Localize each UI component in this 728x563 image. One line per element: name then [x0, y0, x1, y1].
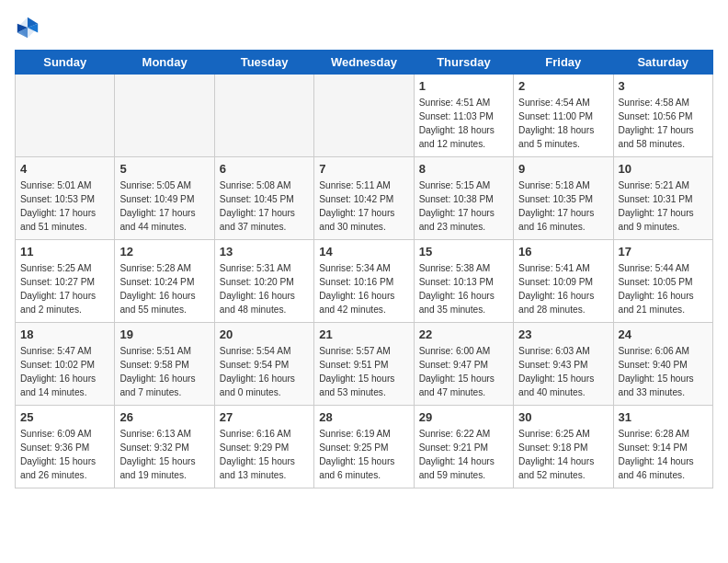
calendar-cell: 4Sunrise: 5:01 AM Sunset: 10:53 PM Dayli…	[16, 157, 115, 240]
page-header	[15, 15, 713, 40]
day-number: 5	[119, 161, 209, 178]
day-number: 25	[20, 409, 109, 426]
weekday-header-monday: Monday	[115, 51, 214, 75]
day-info: Sunrise: 5:01 AM Sunset: 10:53 PM Daylig…	[20, 179, 109, 234]
day-info: Sunrise: 6:16 AM Sunset: 9:29 PM Dayligh…	[220, 428, 309, 482]
day-info: Sunrise: 5:31 AM Sunset: 10:20 PM Daylig…	[220, 262, 309, 316]
day-number: 21	[319, 327, 408, 343]
day-info: Sunrise: 6:13 AM Sunset: 9:32 PM Dayligh…	[119, 428, 209, 482]
day-number: 16	[518, 244, 608, 260]
day-info: Sunrise: 6:06 AM Sunset: 9:40 PM Dayligh…	[619, 345, 708, 399]
day-number: 15	[419, 244, 508, 260]
calendar-cell	[214, 75, 313, 157]
day-info: Sunrise: 5:25 AM Sunset: 10:27 PM Daylig…	[20, 262, 109, 316]
day-number: 2	[518, 78, 608, 95]
day-info: Sunrise: 5:28 AM Sunset: 10:24 PM Daylig…	[119, 262, 209, 316]
day-number: 17	[619, 244, 708, 260]
day-number: 18	[20, 327, 109, 343]
calendar-cell: 29Sunrise: 6:22 AM Sunset: 9:21 PM Dayli…	[414, 406, 513, 488]
day-number: 13	[220, 244, 309, 260]
calendar-cell: 1Sunrise: 4:51 AM Sunset: 11:03 PM Dayli…	[414, 75, 513, 157]
day-number: 10	[619, 161, 708, 178]
day-info: Sunrise: 6:03 AM Sunset: 9:43 PM Dayligh…	[518, 345, 608, 399]
calendar-cell: 14Sunrise: 5:34 AM Sunset: 10:16 PM Dayl…	[314, 240, 414, 323]
weekday-header-row: SundayMondayTuesdayWednesdayThursdayFrid…	[16, 51, 713, 75]
calendar-week-row: 4Sunrise: 5:01 AM Sunset: 10:53 PM Dayli…	[16, 157, 713, 240]
calendar-week-row: 18Sunrise: 5:47 AM Sunset: 10:02 PM Dayl…	[16, 323, 713, 406]
day-number: 4	[20, 161, 109, 178]
day-number: 1	[419, 78, 508, 95]
calendar-cell: 20Sunrise: 5:54 AM Sunset: 9:54 PM Dayli…	[214, 323, 313, 406]
weekday-header-thursday: Thursday	[414, 51, 513, 75]
calendar-week-row: 11Sunrise: 5:25 AM Sunset: 10:27 PM Dayl…	[16, 240, 713, 323]
calendar-cell	[314, 75, 414, 157]
calendar-week-row: 25Sunrise: 6:09 AM Sunset: 9:36 PM Dayli…	[16, 406, 713, 488]
day-info: Sunrise: 5:05 AM Sunset: 10:49 PM Daylig…	[119, 179, 209, 234]
day-number: 8	[419, 161, 508, 178]
calendar-cell: 23Sunrise: 6:03 AM Sunset: 9:43 PM Dayli…	[514, 323, 613, 406]
calendar-cell: 15Sunrise: 5:38 AM Sunset: 10:13 PM Dayl…	[414, 240, 513, 323]
calendar-cell: 2Sunrise: 4:54 AM Sunset: 11:00 PM Dayli…	[514, 75, 613, 157]
day-info: Sunrise: 5:15 AM Sunset: 10:38 PM Daylig…	[419, 179, 508, 234]
day-number: 19	[119, 327, 209, 343]
calendar-week-row: 1Sunrise: 4:51 AM Sunset: 11:03 PM Dayli…	[16, 75, 713, 157]
calendar-cell: 31Sunrise: 6:28 AM Sunset: 9:14 PM Dayli…	[613, 406, 712, 488]
calendar-cell: 24Sunrise: 6:06 AM Sunset: 9:40 PM Dayli…	[613, 323, 712, 406]
logo	[15, 15, 44, 40]
calendar-cell: 26Sunrise: 6:13 AM Sunset: 9:32 PM Dayli…	[115, 406, 214, 488]
weekday-header-saturday: Saturday	[613, 51, 712, 75]
calendar-cell: 28Sunrise: 6:19 AM Sunset: 9:25 PM Dayli…	[314, 406, 414, 488]
logo-icon	[15, 15, 40, 40]
day-number: 3	[619, 78, 708, 95]
day-info: Sunrise: 5:44 AM Sunset: 10:05 PM Daylig…	[619, 262, 708, 316]
calendar-cell: 17Sunrise: 5:44 AM Sunset: 10:05 PM Dayl…	[613, 240, 712, 323]
calendar-cell: 18Sunrise: 5:47 AM Sunset: 10:02 PM Dayl…	[16, 323, 115, 406]
day-info: Sunrise: 6:00 AM Sunset: 9:47 PM Dayligh…	[419, 345, 508, 399]
day-number: 28	[319, 409, 408, 426]
weekday-header-friday: Friday	[514, 51, 613, 75]
day-info: Sunrise: 4:51 AM Sunset: 11:03 PM Daylig…	[419, 97, 508, 151]
weekday-header-wednesday: Wednesday	[314, 51, 414, 75]
day-info: Sunrise: 5:34 AM Sunset: 10:16 PM Daylig…	[319, 262, 408, 316]
calendar-cell: 12Sunrise: 5:28 AM Sunset: 10:24 PM Dayl…	[115, 240, 214, 323]
day-number: 23	[518, 327, 608, 343]
day-info: Sunrise: 5:18 AM Sunset: 10:35 PM Daylig…	[518, 179, 608, 234]
calendar-cell: 30Sunrise: 6:25 AM Sunset: 9:18 PM Dayli…	[514, 406, 613, 488]
day-info: Sunrise: 5:21 AM Sunset: 10:31 PM Daylig…	[619, 179, 708, 234]
calendar-cell: 9Sunrise: 5:18 AM Sunset: 10:35 PM Dayli…	[514, 157, 613, 240]
day-number: 29	[419, 409, 508, 426]
day-info: Sunrise: 5:08 AM Sunset: 10:45 PM Daylig…	[220, 179, 309, 234]
calendar-cell: 5Sunrise: 5:05 AM Sunset: 10:49 PM Dayli…	[115, 157, 214, 240]
day-info: Sunrise: 6:28 AM Sunset: 9:14 PM Dayligh…	[619, 428, 708, 482]
day-info: Sunrise: 5:51 AM Sunset: 9:58 PM Dayligh…	[119, 345, 209, 399]
day-number: 30	[518, 409, 608, 426]
day-number: 20	[220, 327, 309, 343]
day-info: Sunrise: 5:41 AM Sunset: 10:09 PM Daylig…	[518, 262, 608, 316]
day-number: 22	[419, 327, 508, 343]
calendar-cell: 21Sunrise: 5:57 AM Sunset: 9:51 PM Dayli…	[314, 323, 414, 406]
calendar-cell	[16, 75, 115, 157]
calendar-cell: 27Sunrise: 6:16 AM Sunset: 9:29 PM Dayli…	[214, 406, 313, 488]
day-number: 27	[220, 409, 309, 426]
calendar-cell: 25Sunrise: 6:09 AM Sunset: 9:36 PM Dayli…	[16, 406, 115, 488]
day-info: Sunrise: 6:09 AM Sunset: 9:36 PM Dayligh…	[20, 428, 109, 482]
calendar-cell: 7Sunrise: 5:11 AM Sunset: 10:42 PM Dayli…	[314, 157, 414, 240]
day-info: Sunrise: 6:19 AM Sunset: 9:25 PM Dayligh…	[319, 428, 408, 482]
day-number: 7	[319, 161, 408, 178]
day-number: 11	[20, 244, 109, 260]
day-info: Sunrise: 5:54 AM Sunset: 9:54 PM Dayligh…	[220, 345, 309, 399]
day-number: 6	[220, 161, 309, 178]
calendar-cell	[115, 75, 214, 157]
day-info: Sunrise: 5:57 AM Sunset: 9:51 PM Dayligh…	[319, 345, 408, 399]
day-number: 12	[119, 244, 209, 260]
day-number: 31	[619, 409, 708, 426]
calendar-cell: 16Sunrise: 5:41 AM Sunset: 10:09 PM Dayl…	[514, 240, 613, 323]
calendar-cell: 22Sunrise: 6:00 AM Sunset: 9:47 PM Dayli…	[414, 323, 513, 406]
calendar-cell: 6Sunrise: 5:08 AM Sunset: 10:45 PM Dayli…	[214, 157, 313, 240]
day-info: Sunrise: 5:47 AM Sunset: 10:02 PM Daylig…	[20, 345, 109, 399]
day-info: Sunrise: 6:22 AM Sunset: 9:21 PM Dayligh…	[419, 428, 508, 482]
calendar-cell: 10Sunrise: 5:21 AM Sunset: 10:31 PM Dayl…	[613, 157, 712, 240]
day-number: 9	[518, 161, 608, 178]
weekday-header-tuesday: Tuesday	[214, 51, 313, 75]
day-number: 26	[119, 409, 209, 426]
